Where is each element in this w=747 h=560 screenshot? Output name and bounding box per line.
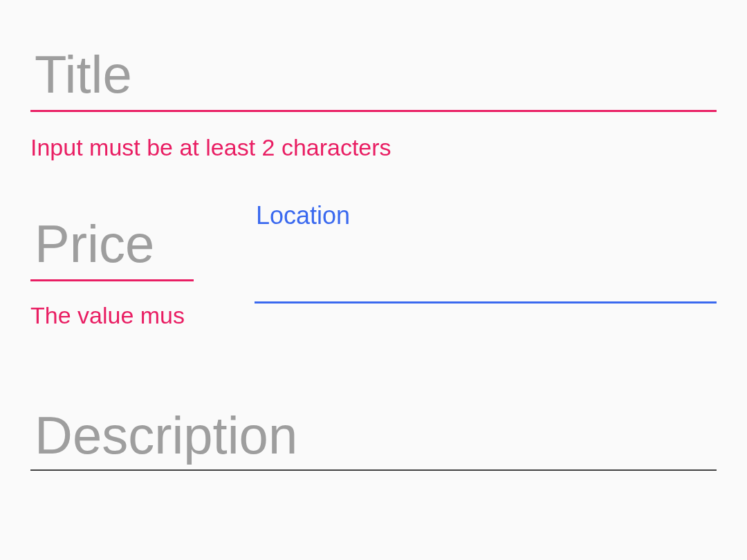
location-input[interactable]	[255, 230, 717, 304]
description-field-group	[30, 405, 717, 471]
location-label: Location	[255, 201, 717, 230]
title-error-message: Input must be at least 2 characters	[30, 134, 717, 161]
price-error-message: The value mus	[30, 302, 194, 329]
price-field-group: The value mus	[30, 201, 194, 329]
title-field-group: Input must be at least 2 characters	[30, 44, 717, 161]
description-input[interactable]	[30, 405, 717, 471]
location-field-group: Location	[255, 201, 717, 304]
price-input[interactable]	[30, 214, 194, 281]
title-input[interactable]	[30, 44, 717, 112]
